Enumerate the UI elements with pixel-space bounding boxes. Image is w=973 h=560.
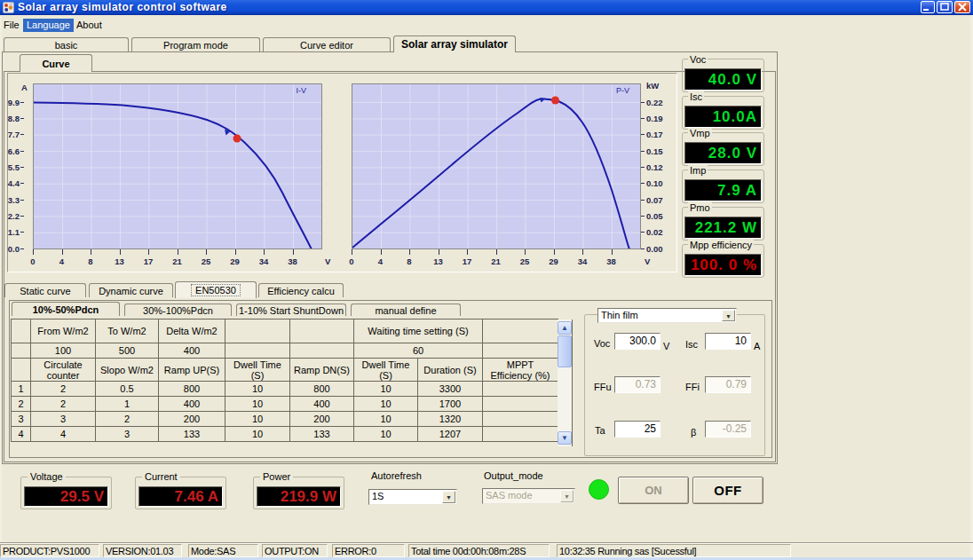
svg-text:P-V: P-V bbox=[616, 86, 629, 95]
svg-text:I-V: I-V bbox=[296, 86, 306, 95]
